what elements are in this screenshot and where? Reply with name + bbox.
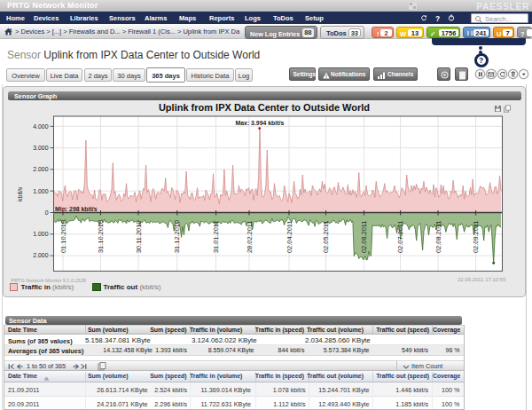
svg-text:02.06.2011: 02.06.2011 [360, 221, 368, 253]
svg-text:2.000: 2.000 [33, 166, 48, 172]
svg-text:0: 0 [45, 209, 49, 216]
svg-text:02.07.2011: 02.07.2011 [396, 221, 404, 253]
svg-text:1.000: 1.000 [33, 231, 48, 237]
svg-text:3.000: 3.000 [33, 145, 48, 151]
svg-text:02.05.2011: 02.05.2011 [322, 221, 330, 253]
svg-text:30.11.2010: 30.11.2010 [135, 221, 143, 253]
svg-text:4.000: 4.000 [33, 123, 48, 130]
svg-text:02.04.2011: 02.04.2011 [286, 221, 293, 253]
svg-text:1.000: 1.000 [33, 188, 48, 194]
svg-text:31.12.2010: 31.12.2010 [173, 220, 181, 253]
svg-text:kbit/s: kbit/s [17, 186, 23, 201]
svg-text:2.000: 2.000 [33, 252, 48, 258]
svg-text:31.10.2010: 31.10.2010 [97, 220, 105, 253]
svg-text:02.08.2011: 02.08.2011 [434, 221, 442, 253]
svg-text:02.09.2011: 02.09.2011 [472, 221, 480, 253]
svg-text:28.02.2011: 28.02.2011 [246, 221, 254, 253]
svg-text:Max: 3.994 kbit/s: Max: 3.994 kbit/s [236, 120, 285, 126]
svg-text:Min: 298 kbit/s: Min: 298 kbit/s [55, 206, 98, 212]
svg-text:01.10.2010: 01.10.2010 [59, 220, 67, 253]
svg-text:31.01.2011: 31.01.2011 [212, 221, 220, 253]
